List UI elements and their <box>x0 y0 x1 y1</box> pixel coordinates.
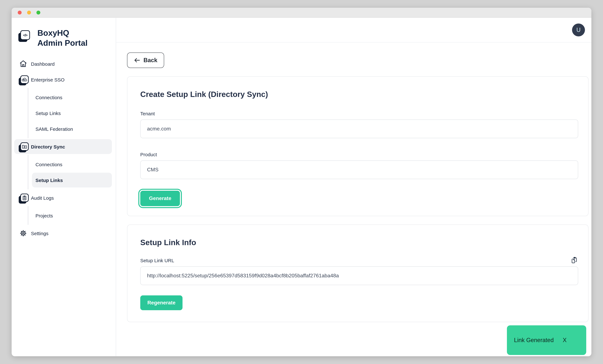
sidebar-item-saml-federation[interactable]: SAML Federation <box>32 121 112 136</box>
home-icon <box>17 60 31 68</box>
sidebar-item-label: Projects <box>35 213 53 218</box>
sidebar-item-label: Directory Sync <box>31 144 65 149</box>
product-input[interactable] <box>140 160 578 179</box>
close-window-icon[interactable] <box>18 11 22 14</box>
sidebar-item-label: Setup Links <box>35 110 61 116</box>
main-area: U Back Create Setup Link (Directory Sync… <box>116 18 591 356</box>
sidebar-nav: Dashboard Enterprise SSO <box>12 56 116 241</box>
sidebar-item-label: Enterprise SSO <box>31 77 65 82</box>
setup-link-info-card: Setup Link Info Setup Link URL <box>127 224 589 322</box>
sidebar-item-directory-sync[interactable]: Directory Sync <box>14 139 112 154</box>
create-setup-link-card: Create Setup Link (Directory Sync) Tenan… <box>127 76 589 216</box>
audit-clipboard-page-icon <box>17 194 31 202</box>
sidebar-item-audit-logs[interactable]: Audit Logs <box>14 190 112 205</box>
toast-message: Link Generated <box>514 337 554 343</box>
create-card-title: Create Setup Link (Directory Sync) <box>140 89 578 99</box>
arrow-left-icon <box>134 57 140 64</box>
enterprise-sso-subgroup: Connections Setup Links SAML Federation <box>28 88 112 138</box>
boxyhq-logo-icon: </> <box>20 30 30 40</box>
setup-link-url-label: Setup Link URL <box>140 257 174 264</box>
sidebar-item-label: Connections <box>35 162 62 167</box>
top-header: U <box>116 18 591 43</box>
page-content: Back Create Setup Link (Directory Sync) … <box>116 43 591 356</box>
success-toast: Link Generated X <box>507 325 586 355</box>
sidebar-item-projects[interactable]: Projects <box>32 208 112 223</box>
app-window: </> BoxyHQ Admin Portal Dashboard <box>12 8 591 356</box>
sidebar-item-label: Settings <box>31 231 48 236</box>
copy-url-button[interactable] <box>571 256 578 264</box>
directory-folder-page-icon <box>17 142 31 151</box>
info-card-title: Setup Link Info <box>140 238 578 247</box>
sidebar-item-label: Setup Links <box>35 177 63 183</box>
sidebar: </> BoxyHQ Admin Portal Dashboard <box>12 18 116 356</box>
sidebar-item-label: Connections <box>35 95 62 100</box>
generate-button[interactable]: Generate <box>140 191 180 206</box>
brand[interactable]: </> BoxyHQ Admin Portal <box>12 28 116 48</box>
toast-close-button[interactable]: X <box>563 337 567 343</box>
window-titlebar <box>12 8 591 18</box>
audit-logs-subgroup: Projects <box>28 206 112 225</box>
gear-icon <box>17 229 31 237</box>
sidebar-item-label: Audit Logs <box>31 195 54 200</box>
sidebar-item-label: Dashboard <box>31 61 55 66</box>
tenant-input[interactable] <box>140 120 578 138</box>
maximize-window-icon[interactable] <box>36 11 40 14</box>
copy-clipboard-icon <box>571 256 578 264</box>
product-label: Product <box>140 151 578 158</box>
back-button[interactable]: Back <box>127 53 164 68</box>
back-button-label: Back <box>143 57 157 64</box>
sidebar-item-ds-setup-links[interactable]: Setup Links <box>32 173 112 188</box>
sidebar-item-sso-connections[interactable]: Connections <box>32 90 112 105</box>
sidebar-item-sso-setup-links[interactable]: Setup Links <box>32 106 112 121</box>
minimize-window-icon[interactable] <box>27 11 31 14</box>
brand-name: BoxyHQ Admin Portal <box>37 28 92 48</box>
sidebar-item-enterprise-sso[interactable]: Enterprise SSO <box>14 72 112 87</box>
sidebar-item-dashboard[interactable]: Dashboard <box>14 56 112 71</box>
directory-sync-subgroup: Connections Setup Links <box>28 155 112 189</box>
sso-cloud-key-page-icon <box>17 75 31 84</box>
user-avatar[interactable]: U <box>572 23 585 36</box>
tenant-label: Tenant <box>140 110 578 117</box>
sidebar-item-settings[interactable]: Settings <box>14 226 112 241</box>
setup-link-url-input[interactable] <box>140 266 578 285</box>
sidebar-item-ds-connections[interactable]: Connections <box>32 157 112 172</box>
regenerate-button[interactable]: Regenerate <box>140 295 183 310</box>
sidebar-item-label: SAML Federation <box>35 126 73 132</box>
